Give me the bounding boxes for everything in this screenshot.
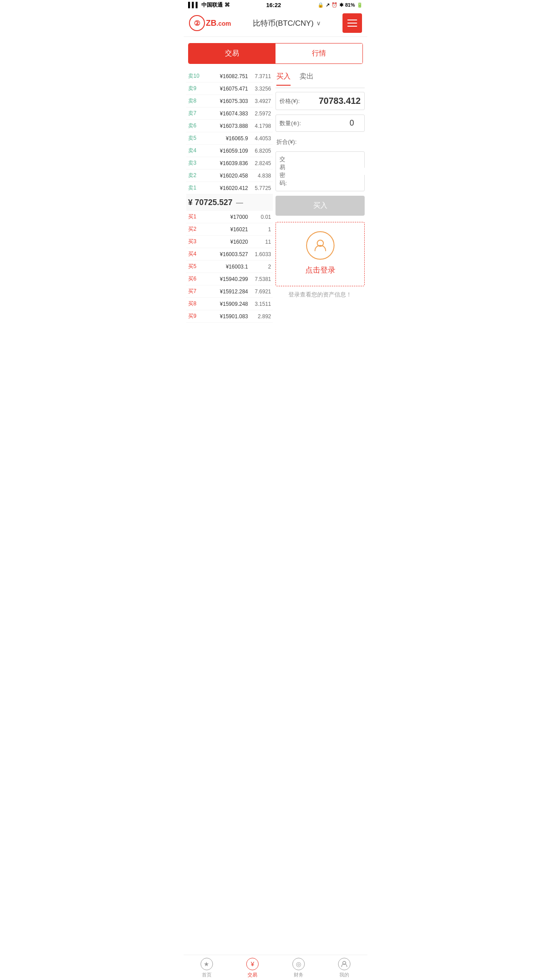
wifi-icon: ⌘ — [224, 2, 230, 8]
tab-market[interactable]: 行情 — [276, 43, 362, 63]
sell-order-row[interactable]: 卖10 ¥16082.751 7.3711 — [186, 70, 273, 83]
order-label: 卖1 — [188, 184, 200, 192]
buy-tab[interactable]: 买入 — [276, 72, 291, 86]
order-qty: 3.4927 — [252, 98, 271, 104]
zhehe-label: 折合(¥): — [276, 138, 297, 146]
sell-order-row[interactable]: 卖3 ¥16039.836 2.8245 — [186, 157, 273, 170]
order-label: 卖8 — [188, 97, 200, 105]
sell-order-row[interactable]: 卖9 ¥16075.471 3.3256 — [186, 83, 273, 95]
sell-order-row[interactable]: 卖8 ¥16075.303 3.4927 — [186, 95, 273, 107]
status-bar: ▌▌▌ 中国联通 ⌘ 16:22 🔒 ↗ ⏰ ✱ 81% 🔋 — [184, 0, 367, 10]
buy-order-row[interactable]: 买7 ¥15912.284 7.6921 — [186, 285, 273, 298]
order-label: 买7 — [188, 288, 200, 295]
buy-order-row[interactable]: 买9 ¥15901.083 2.892 — [186, 310, 273, 323]
order-price: ¥16039.836 — [200, 160, 252, 166]
sell-orders: 卖10 ¥16082.751 7.3711 卖9 ¥16075.471 3.32… — [186, 70, 273, 194]
order-label: 卖7 — [188, 110, 200, 117]
location-icon: ↗ — [326, 2, 330, 8]
order-price: ¥15912.284 — [200, 288, 252, 295]
order-qty: 1 — [252, 226, 271, 233]
buy-order-row[interactable]: 买4 ¥16003.527 1.6033 — [186, 248, 273, 261]
buy-order-row[interactable]: 买8 ¥15909.248 3.1511 — [186, 298, 273, 310]
order-qty: 2.892 — [252, 313, 271, 320]
mid-price-value: ¥ 70725.527 — [188, 198, 232, 207]
order-qty: 6.8205 — [252, 148, 271, 154]
order-book: 卖10 ¥16082.751 7.3711 卖9 ¥16075.471 3.32… — [186, 70, 273, 323]
login-avatar-icon — [306, 231, 335, 260]
main-content: 卖10 ¥16082.751 7.3711 卖9 ¥16075.471 3.32… — [184, 70, 367, 323]
header-title[interactable]: 比特币(BTC/CNY) ∨ — [253, 18, 321, 28]
buy-orders: 买1 ¥17000 0.01 买2 ¥16021 1 买3 ¥16020 11 … — [186, 211, 273, 323]
main-tab-bar: 交易 行情 — [188, 43, 363, 64]
order-price: ¥16020.458 — [200, 173, 252, 179]
order-label: 买8 — [188, 300, 200, 308]
order-label: 卖6 — [188, 122, 200, 130]
order-qty: 11 — [252, 239, 271, 245]
order-price: ¥15909.248 — [200, 301, 252, 307]
order-price: ¥16003.1 — [200, 264, 252, 270]
login-prompt: 点击登录 — [276, 222, 365, 286]
order-price: ¥16020.412 — [200, 185, 252, 191]
qty-input[interactable] — [301, 119, 361, 128]
order-price: ¥16003.527 — [200, 251, 252, 257]
order-label: 卖4 — [188, 147, 200, 154]
tab-trade[interactable]: 交易 — [189, 43, 276, 63]
order-qty: 7.5381 — [252, 276, 271, 282]
buy-sell-tab-bar: 买入 卖出 — [276, 70, 365, 88]
sell-order-row[interactable]: 卖6 ¥16073.888 4.1798 — [186, 120, 273, 132]
sell-tab[interactable]: 卖出 — [299, 72, 314, 83]
mid-price-direction-icon: — — [236, 199, 243, 207]
buy-button[interactable]: 买入 — [276, 196, 365, 216]
status-time: 16:22 — [266, 2, 281, 8]
battery-pct: 81% — [345, 2, 355, 8]
order-price: ¥15901.083 — [200, 313, 252, 320]
carrier-name: 中国联通 — [201, 1, 223, 9]
menu-button[interactable] — [342, 13, 362, 33]
order-label: 卖10 — [188, 72, 200, 80]
pwd-input[interactable] — [287, 168, 365, 175]
order-price: ¥16059.109 — [200, 148, 252, 154]
order-qty: 4.838 — [252, 173, 271, 179]
order-price: ¥16073.888 — [200, 123, 252, 129]
buy-order-row[interactable]: 买2 ¥16021 1 — [186, 223, 273, 236]
order-qty: 2 — [252, 264, 271, 270]
buy-order-row[interactable]: 买5 ¥16003.1 2 — [186, 261, 273, 273]
buy-order-row[interactable]: 买1 ¥17000 0.01 — [186, 211, 273, 223]
order-price: ¥16082.751 — [200, 73, 252, 79]
buy-order-row[interactable]: 买3 ¥16020 11 — [186, 236, 273, 248]
login-button[interactable]: 点击登录 — [280, 265, 360, 275]
order-qty: 4.1798 — [252, 123, 271, 129]
user-icon — [313, 238, 327, 253]
order-qty: 7.6921 — [252, 288, 271, 295]
bluetooth-icon: ✱ — [339, 2, 343, 8]
order-label: 买1 — [188, 213, 200, 221]
signal-icon: ▌▌▌ — [188, 2, 200, 8]
order-label: 买9 — [188, 312, 200, 320]
order-qty: 7.3711 — [252, 73, 271, 79]
logo-icon: ② — [189, 15, 205, 31]
sell-order-row[interactable]: 卖5 ¥16065.9 4.4053 — [186, 132, 273, 145]
order-qty: 2.8245 — [252, 160, 271, 166]
sell-order-row[interactable]: 卖1 ¥16020.412 5.7725 — [186, 182, 273, 194]
pwd-field: 交易密码: — [276, 151, 365, 191]
app-logo: ② ZB.com — [189, 15, 231, 31]
buy-order-row[interactable]: 买6 ¥15940.299 7.5381 — [186, 273, 273, 285]
order-price: ¥17000 — [200, 214, 252, 220]
sell-order-row[interactable]: 卖2 ¥16020.458 4.838 — [186, 170, 273, 182]
asset-info: 登录查看您的资产信息！ — [276, 288, 365, 301]
order-qty: 1.6033 — [252, 251, 271, 257]
sell-order-row[interactable]: 卖4 ¥16059.109 6.8205 — [186, 145, 273, 157]
price-value: 70783.412 — [300, 96, 361, 106]
order-label: 卖2 — [188, 172, 200, 179]
status-left: ▌▌▌ 中国联通 ⌘ — [188, 1, 230, 9]
price-field: 价格(¥): 70783.412 — [276, 92, 365, 110]
app-header: ② ZB.com 比特币(BTC/CNY) ∨ — [184, 10, 367, 37]
order-label: 卖3 — [188, 159, 200, 167]
order-price: ¥15940.299 — [200, 276, 252, 282]
order-qty: 2.5972 — [252, 111, 271, 117]
order-price: ¥16021 — [200, 226, 252, 233]
order-qty: 3.1511 — [252, 301, 271, 307]
qty-label: 数量(⊕): — [279, 119, 301, 127]
sell-order-row[interactable]: 卖7 ¥16074.383 2.5972 — [186, 107, 273, 120]
order-price: ¥16075.303 — [200, 98, 252, 104]
